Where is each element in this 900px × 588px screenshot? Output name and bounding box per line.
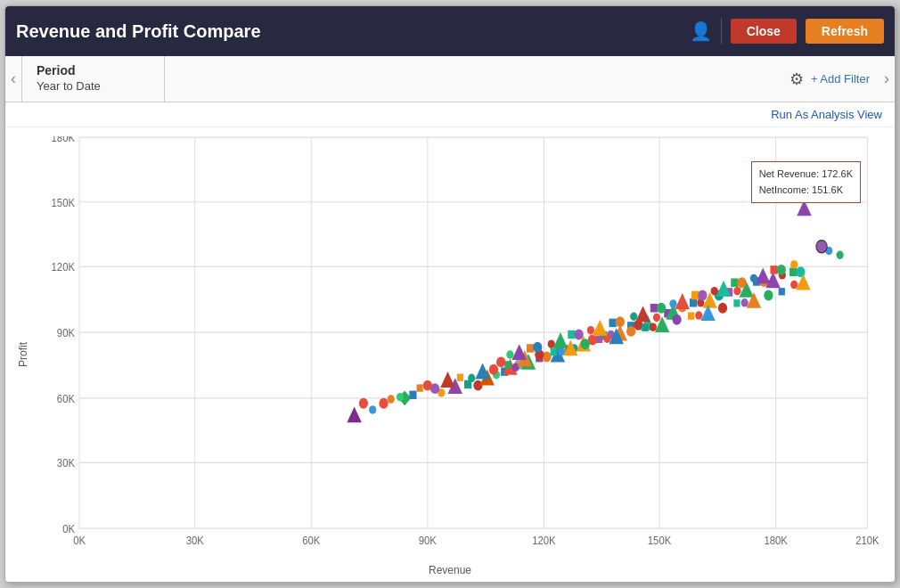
main-window: Revenue and Profit Compare 👤 Close Refre… [4,5,896,583]
scatter-point [733,287,740,296]
scatter-point [489,364,498,375]
filter-spacer [165,56,781,102]
scatter-point [511,363,519,372]
scatter-point [440,372,454,388]
scatter-point [764,290,773,301]
scatter-point [711,287,718,296]
svg-text:90K: 90K [57,326,76,339]
svg-text:120K: 120K [532,534,556,547]
scatter-point [756,268,770,284]
svg-text:60K: 60K [302,534,321,547]
person-icon[interactable]: 👤 [690,20,712,42]
scatter-point [672,314,681,325]
scatter-point [553,332,568,348]
scatter-point [504,361,511,368]
scatter-point [616,316,625,327]
run-analysis-link[interactable]: Run As Analysis View [771,108,882,121]
scatter-point [581,339,590,349]
gear-icon[interactable]: ⚙ [790,69,804,89]
scatter-point [790,268,797,277]
page-title: Revenue and Profit Compare [16,21,261,42]
scatter-point [593,320,607,336]
header-divider [721,18,722,45]
scatter-point [779,288,785,295]
scatter-point [653,314,660,323]
scatter-point [635,306,650,322]
scatter-point [417,384,423,391]
scatter-point [603,334,610,343]
scatter-point [359,398,368,409]
scatter-point [741,298,749,307]
scatter-point [790,281,798,290]
period-label: Period [37,63,150,78]
scatter-point [409,391,416,400]
svg-text:150K: 150K [52,196,76,209]
scatter-point [527,344,534,353]
svg-text:180K: 180K [764,534,788,547]
scatter-point [430,383,439,394]
filter-bar: ‹ Period Year to Date ⚙ + Add Filter › [5,56,895,102]
scatter-chart: 0K 30K 60K 90K 120K 150K 180K 0K 30K 60K… [43,136,886,550]
analysis-bar: Run As Analysis View [5,102,895,127]
period-filter[interactable]: Period Year to Date [22,56,165,102]
scatter-point [731,278,738,287]
filter-right-controls: ⚙ + Add Filter [781,56,879,102]
svg-text:120K: 120K [52,260,76,274]
filter-nav-left-button[interactable]: ‹ [5,56,22,102]
scatter-point [551,348,557,355]
refresh-button[interactable]: Refresh [806,19,884,44]
scatter-point [587,326,594,335]
svg-text:0K: 0K [73,534,86,547]
scatter-point [650,304,658,313]
svg-text:180K: 180K [52,136,76,144]
close-button[interactable]: Close [731,19,797,44]
header-actions: 👤 Close Refresh [690,18,884,45]
filter-nav-right-button[interactable]: › [879,56,895,102]
svg-text:150K: 150K [648,534,672,547]
scatter-point [790,260,798,269]
scatter-point [690,298,697,307]
scatter-point [533,342,542,353]
scatter-point [379,398,388,409]
scatter-point [836,250,843,259]
svg-text:30K: 30K [186,534,205,547]
scatter-point [737,277,746,288]
scatter-point [630,312,637,321]
scatter-point [691,291,699,300]
scatter-point [733,299,740,306]
scatter-point [675,293,690,309]
scatter-point [642,324,648,331]
scatter-point [626,326,635,337]
scatter-point [574,330,583,340]
x-axis-label: Revenue [429,564,471,576]
chart-area: Profit Revenue [5,127,895,582]
scatter-point [347,406,361,422]
hovered-point [816,241,827,253]
scatter-point [750,274,757,283]
scatter-point [596,336,602,343]
scatter-point [698,290,707,301]
svg-text:60K: 60K [57,392,76,405]
scatter-point [609,319,616,328]
scatter-point [369,405,376,414]
svg-text:210K: 210K [855,534,880,547]
scatter-point [669,299,676,308]
scatter-point [718,303,727,314]
svg-text:30K: 30K [57,456,76,470]
scatter-point [657,303,666,314]
scatter-point [568,331,575,339]
svg-text:90K: 90K [419,534,438,547]
header-bar: Revenue and Profit Compare 👤 Close Refre… [5,6,895,56]
scatter-point [397,393,404,402]
scatter-point [770,265,777,274]
chart-svg-container: 0K 30K 60K 90K 120K 150K 180K 0K 30K 60K… [43,136,886,550]
scatter-point [777,265,786,275]
scatter-point [468,374,475,383]
scatter-point [695,311,702,320]
y-axis-label: Profit [17,342,29,367]
scatter-point [496,356,505,367]
scatter-point [506,350,513,359]
add-filter-button[interactable]: + Add Filter [811,72,870,86]
scatter-point [650,323,657,331]
scatter-point [388,395,395,404]
